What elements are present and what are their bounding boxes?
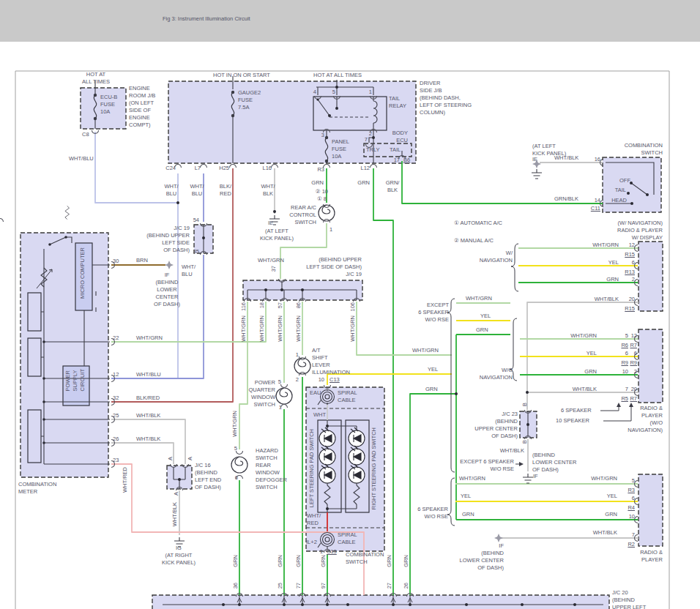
jc23-pin-b-top: B — [521, 403, 529, 406]
wire-label-wht-blk-m26: WHT/BLK — [136, 436, 160, 443]
wire-label-wht-red-vertical: WHT/RED — [122, 467, 129, 493]
spiral-cable-bottom-label: SPIRAL CABLE — [338, 531, 357, 546]
wire-label-grn-l12: GRN — [357, 179, 370, 187]
arrow-6-speaker — [600, 404, 619, 411]
wire-label-b-yel: YEL — [480, 313, 491, 320]
wire-label-a-wht-blk: WHT/BLK — [595, 296, 619, 303]
power-supply-circuit-label: POWER SUPPLY CIRCUIT — [64, 369, 86, 391]
wire-label-b2-wht-blk: WHT/BLK — [573, 386, 597, 393]
box2-ref-r7b: R7 — [630, 395, 637, 403]
wire-label-dr-wht-blk: WHT/BLK — [593, 529, 617, 537]
tail-label: TAIL — [390, 146, 401, 154]
pqw-pin-1: 1 — [279, 404, 282, 411]
relay-pin-3: 3 — [321, 132, 324, 139]
wire-label-grn-v4: GRN — [320, 555, 327, 567]
relay-pin-4: 4 — [313, 89, 316, 96]
w-nav-radio-player-label: (W/ NAVIGATION) RADIO & PLAYER W/ DISPLA… — [617, 220, 663, 242]
wire-label-wht-grn-m22: WHT/GRN — [136, 335, 163, 342]
radio-wo-nav-box — [638, 329, 663, 403]
box1-ref-r15b: R15 — [625, 305, 635, 313]
wiring-diagram-page: Fig 3: Instrument Illumination Circuit — [0, 0, 700, 609]
wire-label-grn-v2: GRN — [277, 555, 284, 567]
legend-automatic-ac: ① AUTOMATIC A/C — [454, 220, 502, 227]
ground-if-center — [523, 474, 533, 483]
jc20-pin-25: 25 — [277, 583, 284, 589]
power-quarter-window-bulb — [276, 388, 292, 404]
radio-with-nav-box — [638, 242, 663, 311]
if-3-ground-label: IF (BEHIND LOWER CENTER OF DASH) — [460, 542, 504, 572]
ecub-fuse-label: ECU-B FUSE 10A — [100, 94, 117, 116]
box1-pin-20: 20 — [629, 296, 635, 303]
relay-pin-1: 1 — [369, 89, 372, 96]
jc20-pin-36: 36 — [232, 583, 239, 589]
wire-label-b2-wht-grn: WHT/GRN — [570, 332, 597, 340]
connector-b6: B6 — [403, 157, 410, 164]
box3-pin-6: 6 — [632, 495, 635, 502]
connector-l7: L7 — [195, 165, 201, 172]
ie-ground-label: IE — [268, 220, 273, 227]
jc16-pin-a2: A — [187, 457, 194, 460]
box2-pin-12: 12 — [631, 332, 637, 340]
wire-label-dr-grn: GRN — [605, 511, 617, 518]
at-shift-pin-1: 1 — [296, 351, 299, 359]
combination-meter-label: COMBINATION METER — [18, 481, 56, 496]
box3-pin-7: 7 — [632, 531, 635, 539]
box3-ref-r2: R2 — [628, 541, 635, 548]
variant-pin-8: ① 8 — [317, 195, 327, 203]
hot-in-on-or-start-label: HOT IN ON OR START — [213, 72, 270, 79]
jc19-pin-116: 116 — [240, 302, 247, 311]
box1-ref-r13: R13 — [625, 269, 635, 276]
wire-label-wht-red: WHT/ RED — [307, 512, 321, 527]
wire-label-grn-v3: GRN — [295, 555, 302, 567]
legend-10-speaker: 10 SPEAKER — [556, 417, 589, 425]
radio-player-box — [638, 474, 663, 546]
jc23-pin-b-bottom: B — [521, 440, 529, 444]
ie-2-ground-label: IE — [532, 156, 537, 163]
wire-label-wht-blk: WHT/ BLK — [261, 183, 275, 198]
except-6-speaker-label: EXCEPT 6 SPEAKER W/O RSE — [418, 302, 449, 324]
jc19-pin-86: 86 — [295, 302, 302, 308]
hot-at-all-times-label: HOT AT ALL TIMES — [82, 71, 110, 86]
wire-label-wht-grn-v6: WHT/GRN — [231, 411, 239, 437]
wire-label-wht-blk-combsw: WHT/BLK — [554, 154, 578, 162]
radio-player-label: RADIO & PLAYER — [640, 549, 663, 564]
wire-label-dr-yel: YEL — [607, 493, 617, 500]
brace-except-6-speaker — [447, 299, 455, 472]
hot-at-all-times-2-label: HOT AT ALL TIMES — [313, 72, 362, 79]
jc19-wide-label: (BEHIND UPPER LEFT SIDE OF DASH) J/C 19 — [306, 256, 362, 278]
connector-r3: R3 — [317, 166, 324, 173]
switch-pos-off: OFF — [619, 177, 630, 184]
wire-label-b2-grn: GRN — [584, 368, 597, 376]
meter-pin-26: 26 — [113, 436, 119, 443]
c13-top-pin-10: 10 — [319, 376, 324, 384]
box2-ref-r9b: R9 — [630, 359, 637, 367]
tail-relay-label: TAIL RELAY — [389, 95, 406, 110]
meter-pin-12: 12 — [113, 371, 119, 378]
combsw-pin-14: 14 — [595, 197, 600, 204]
wire-label-wht-grn-v2: WHT/GRN — [258, 315, 266, 342]
at-shift-lever-label: A/T SHIFT LEVER ILLUMINATION — [312, 347, 350, 376]
engine-room-jb-label: ENGINE ROOM J/B (ON LEFT SIDE OF ENGINE … — [129, 85, 155, 129]
relay-pin-5: 5 — [332, 89, 335, 96]
meter-pin-22: 22 — [113, 335, 119, 342]
wire-label-grn-v1: GRN — [232, 555, 239, 567]
box2-ref-r5: R5 — [621, 395, 628, 403]
splice-if — [165, 261, 174, 269]
if-2-ground-label: IF — [533, 473, 538, 480]
pin-17: 17 — [394, 157, 400, 164]
except-6-speaker-arrow-label: EXCEPT 6 SPEAKER W/O RSE — [460, 458, 514, 473]
wire-label-wht-grn-v5: WHT/GRN — [349, 315, 357, 342]
wire-label-grn-r3: GRN — [311, 179, 324, 187]
hazard-pin-5: 5 — [234, 445, 237, 452]
meter-pin-23: 23 — [113, 457, 119, 464]
wire-label-d-yel: YEL — [461, 493, 471, 500]
box2-pin-6a: 6 — [625, 350, 628, 357]
jc19-pin-37: 37 — [270, 266, 278, 272]
right-steering-pad-label: RIGHT STEERING PAD SWITCH — [371, 427, 378, 509]
wire-label-grn-blk: GRN/ BLK — [386, 179, 400, 194]
wire-label-wht-blk-jc23: WHT/BLK — [500, 447, 524, 455]
gauge2-fuse-label: GAUGE2 FUSE 7.5A — [238, 89, 261, 111]
jc20-pin-77: 77 — [295, 583, 302, 589]
wire-label-c-yel: YEL — [428, 366, 438, 373]
wire-label-wht-grn-37: WHT/GRN — [258, 257, 284, 264]
